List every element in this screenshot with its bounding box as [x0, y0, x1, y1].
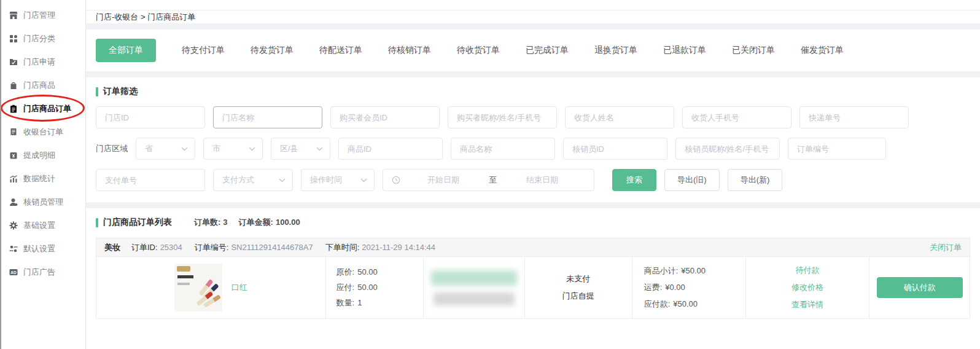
product-cell: 口红 — [96, 257, 325, 318]
operation-time-select[interactable]: 操作时间 — [301, 169, 375, 191]
region-label: 门店区域 — [96, 143, 128, 154]
sidebar-item-store-goods-orders[interactable]: 门店商品订单 — [0, 97, 85, 120]
sidebar-item-store-application[interactable]: 门店申请 — [0, 50, 85, 74]
product-id-input[interactable] — [338, 138, 443, 160]
close-order-link[interactable]: 关闭订单 — [930, 242, 962, 253]
date-start-placeholder[interactable]: 开始日期 — [400, 174, 486, 186]
category-grid-icon — [9, 34, 18, 43]
ad-badge-icon: AD — [9, 268, 18, 276]
order-row: 口红 原价:50.00 应付:50.00 数量:1 未支付 门店自提 商品小计:… — [96, 257, 970, 318]
sidebar-item-store-ads[interactable]: AD 门店广告 — [0, 261, 85, 284]
sidebar-item-label: 门店分类 — [23, 33, 55, 44]
product-image-badge — [177, 266, 190, 272]
application-folder-icon — [9, 58, 18, 66]
sidebar-item-label: 默认设置 — [23, 243, 55, 254]
tab-pending-verification[interactable]: 待核销订单 — [388, 45, 431, 56]
window-edge — [0, 0, 1, 349]
section-accent-bar — [96, 218, 98, 227]
sidebar-item-label: 门店广告 — [23, 267, 55, 278]
order-sn-input[interactable] — [788, 138, 886, 160]
consignee-name-input[interactable] — [565, 106, 674, 128]
export-old-button[interactable]: 导出(旧) — [664, 169, 720, 191]
commission-wallet-icon — [9, 151, 18, 160]
order-status-label: 待付款 — [795, 265, 819, 276]
sidebar-item-label: 门店商品订单 — [23, 103, 71, 114]
section-accent-bar — [96, 87, 98, 96]
order-category: 美妆 — [104, 242, 120, 253]
sidebar: 门店管理 门店分类 门店申请 门店商品 门店商品订单 收银台订单 提成明细 数据… — [0, 0, 86, 349]
tab-closed[interactable]: 已关闭订单 — [732, 45, 775, 56]
order-list-panel: 门店商品订单列表 订单数:3 订单金额:100.00 美妆 订单ID:25304… — [86, 208, 980, 349]
top-strip — [86, 0, 980, 10]
store-icon — [9, 11, 18, 20]
buyer-nickname-input[interactable] — [448, 106, 557, 128]
tab-pending-receipt[interactable]: 待收货订单 — [457, 45, 500, 56]
default-settings-sliders-icon — [9, 245, 18, 253]
delivery-method-text: 门店自提 — [562, 291, 594, 302]
product-image-text-bar — [177, 275, 193, 278]
sidebar-item-label: 基础设置 — [23, 220, 55, 231]
date-range-picker[interactable]: 开始日期 至 结束日期 — [383, 169, 594, 191]
store-name-input[interactable] — [213, 106, 322, 128]
sidebar-item-store-manage[interactable]: 门店管理 — [0, 4, 85, 27]
district-select[interactable]: 区/县 — [271, 138, 330, 160]
product-name-link[interactable]: 口红 — [231, 282, 247, 293]
tracking-number-input[interactable] — [799, 106, 909, 128]
tab-pending-shipment[interactable]: 待发货订单 — [251, 45, 294, 56]
sidebar-item-store-goods[interactable]: 门店商品 — [0, 74, 85, 97]
tab-pending-delivery[interactable]: 待配送订单 — [319, 45, 362, 56]
date-end-placeholder[interactable]: 结束日期 — [499, 174, 585, 186]
tab-urge-shipment[interactable]: 催发货订单 — [801, 45, 844, 56]
sidebar-item-label: 门店商品 — [23, 80, 55, 91]
tab-pending-payment[interactable]: 待支付订单 — [182, 45, 225, 56]
sidebar-item-store-category[interactable]: 门店分类 — [0, 27, 85, 50]
sidebar-item-cashier-orders[interactable]: 收银台订单 — [0, 120, 85, 144]
quantity: 数量:1 — [336, 297, 423, 308]
store-id-input[interactable] — [96, 106, 205, 128]
sidebar-item-label: 门店管理 — [23, 10, 55, 21]
order-status-tabs: 全部订单 待支付订单 待发货订单 待配送订单 待核销订单 待收货订单 已完成订单… — [86, 29, 980, 71]
sidebar-item-commission-detail[interactable]: 提成明细 — [0, 144, 85, 167]
order-card: 美妆 订单ID:25304 订单编号:SN21112914144678A7 下单… — [96, 238, 970, 319]
list-title: 门店商品订单列表 — [96, 217, 172, 228]
sidebar-item-basic-settings[interactable]: 基础设置 — [0, 214, 85, 237]
payment-sn-input[interactable] — [96, 169, 205, 191]
modify-price-link[interactable]: 修改价格 — [791, 282, 823, 293]
export-new-button[interactable]: 导出(新) — [728, 169, 783, 191]
filter-row-3: 支付方式 操作时间 开始日期 至 结束日期 搜索 导出(旧) 导出(新) — [96, 169, 970, 191]
tab-return-exchange[interactable]: 退换货订单 — [594, 45, 637, 56]
date-separator: 至 — [489, 174, 497, 186]
buyer-cell — [423, 257, 524, 318]
buyer-info-blurred — [434, 292, 515, 305]
clock-icon — [392, 176, 400, 184]
province-select[interactable]: 省 — [136, 138, 195, 160]
verifier-nickname-input[interactable] — [675, 138, 780, 160]
tab-completed[interactable]: 已完成订单 — [526, 45, 569, 56]
buyer-info-blurred — [431, 270, 517, 286]
status-cell: 未支付 门店自提 — [524, 257, 632, 318]
product-name-input[interactable] — [451, 138, 555, 160]
buyer-member-id-input[interactable] — [330, 106, 440, 128]
sidebar-item-verifier-manage[interactable]: 核销员管理 — [0, 190, 85, 214]
verifier-id-input[interactable] — [563, 138, 667, 160]
goods-bag-icon — [9, 81, 18, 90]
tab-all-orders[interactable]: 全部订单 — [96, 39, 156, 62]
product-image[interactable] — [174, 264, 222, 312]
settings-gear-icon — [9, 221, 18, 230]
order-amount: 订单金额:100.00 — [239, 217, 300, 228]
filter-row-2: 门店区域 省 市 区/县 — [96, 138, 970, 160]
chevron-down-icon — [360, 178, 367, 182]
sidebar-item-label: 核销员管理 — [23, 197, 63, 208]
view-detail-link[interactable]: 查看详情 — [791, 299, 823, 310]
tab-refunded[interactable]: 已退款订单 — [663, 45, 706, 56]
sidebar-item-default-settings[interactable]: 默认设置 — [0, 237, 85, 261]
confirm-payment-button[interactable]: 确认付款 — [877, 277, 963, 298]
search-button[interactable]: 搜索 — [612, 169, 656, 191]
chevron-down-icon — [249, 147, 255, 151]
city-select[interactable]: 市 — [203, 138, 263, 160]
sidebar-item-data-statistics[interactable]: 数据统计 — [0, 167, 85, 190]
price-cell: 原价:50.00 应付:50.00 数量:1 — [325, 257, 423, 318]
payment-method-select[interactable]: 支付方式 — [213, 169, 293, 191]
consignee-phone-input[interactable] — [682, 106, 791, 128]
chevron-down-icon — [316, 147, 323, 151]
